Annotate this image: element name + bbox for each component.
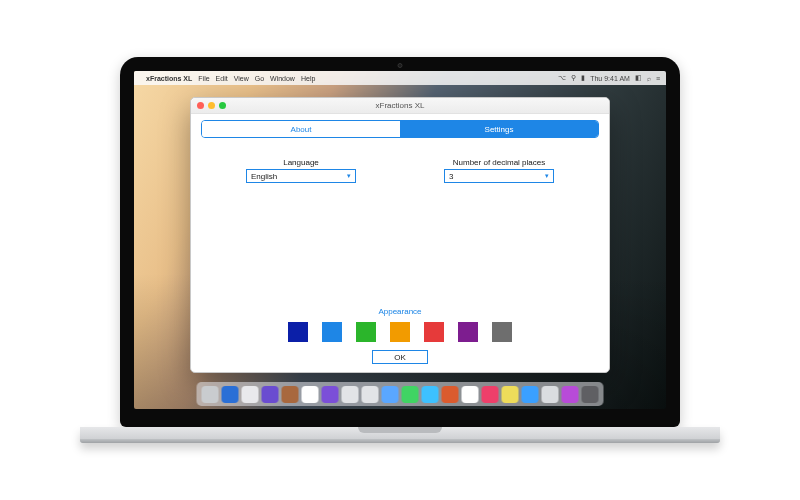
dock-app-icon[interactable] [322,386,339,403]
spotlight-icon[interactable]: ⌕ [647,75,651,82]
dock-app-icon[interactable] [362,386,379,403]
desktop-wallpaper: xFractions XL File Edit View Go Window H… [134,71,666,409]
color-swatch-5[interactable] [424,322,444,342]
dock-app-icon[interactable] [582,386,599,403]
language-field-group: Language English ▾ [246,158,356,183]
dock-app-icon[interactable] [462,386,479,403]
dock-app-icon[interactable] [422,386,439,403]
menu-help[interactable]: Help [301,75,315,82]
color-swatch-7[interactable] [492,322,512,342]
dock-app-icon[interactable] [502,386,519,403]
appearance-swatches [191,322,609,342]
app-window: xFractions XL About Settings Language En… [190,97,610,373]
dock-app-icon[interactable] [202,386,219,403]
dock-app-icon[interactable] [242,386,259,403]
menu-window[interactable]: Window [270,75,295,82]
color-swatch-2[interactable] [322,322,342,342]
dock-app-icon[interactable] [542,386,559,403]
menu-edit[interactable]: Edit [216,75,228,82]
tab-bar: About Settings [201,120,599,138]
decimal-places-label: Number of decimal places [444,158,554,167]
language-label: Language [246,158,356,167]
menu-file[interactable]: File [198,75,209,82]
language-select[interactable]: English ▾ [246,169,356,183]
dock-app-icon[interactable] [562,386,579,403]
chevron-down-icon: ▾ [347,172,351,180]
dock-app-icon[interactable] [382,386,399,403]
window-title: xFractions XL [191,101,609,110]
dock-app-icon[interactable] [262,386,279,403]
dock-app-icon[interactable] [522,386,539,403]
color-swatch-1[interactable] [288,322,308,342]
user-icon[interactable]: ◧ [635,74,642,82]
color-swatch-3[interactable] [356,322,376,342]
chevron-down-icon: ▾ [545,172,549,180]
language-value: English [251,172,277,181]
dock-app-icon[interactable] [282,386,299,403]
dock-app-icon[interactable] [442,386,459,403]
ok-button[interactable]: OK [372,350,428,364]
dock-app-icon[interactable] [302,386,319,403]
menubar-status-area: ⌥ ⚲ ▮ Thu 9:41 AM ◧ ⌕ ≡ [558,74,660,82]
macbook-edge [80,439,720,443]
mac-menubar: xFractions XL File Edit View Go Window H… [134,71,666,85]
dock [197,382,604,406]
menubar-app-name[interactable]: xFractions XL [146,75,192,82]
color-swatch-6[interactable] [458,322,478,342]
wifi-icon[interactable]: ⚲ [571,74,576,82]
camera-icon [398,63,403,68]
menu-view[interactable]: View [234,75,249,82]
appearance-label: Appearance [191,307,609,316]
color-swatch-4[interactable] [390,322,410,342]
notification-center-icon[interactable]: ≡ [656,75,660,82]
battery-icon[interactable]: ▮ [581,74,585,82]
bluetooth-icon[interactable]: ⌥ [558,74,566,82]
dock-app-icon[interactable] [342,386,359,403]
window-titlebar[interactable]: xFractions XL [191,98,609,114]
macbook-frame: xFractions XL File Edit View Go Window H… [90,57,710,443]
dock-app-icon[interactable] [482,386,499,403]
decimal-places-value: 3 [449,172,453,181]
macbook-base [80,427,720,443]
decimal-places-select[interactable]: 3 ▾ [444,169,554,183]
settings-panel: Language English ▾ Number of decimal pla… [191,138,609,372]
tab-about[interactable]: About [202,121,400,137]
dock-app-icon[interactable] [402,386,419,403]
clock[interactable]: Thu 9:41 AM [590,75,630,82]
decimal-places-field-group: Number of decimal places 3 ▾ [444,158,554,183]
menu-go[interactable]: Go [255,75,264,82]
macbook-notch [358,427,442,433]
dock-app-icon[interactable] [222,386,239,403]
tab-settings[interactable]: Settings [400,121,598,137]
screen-bezel: xFractions XL File Edit View Go Window H… [120,57,680,427]
